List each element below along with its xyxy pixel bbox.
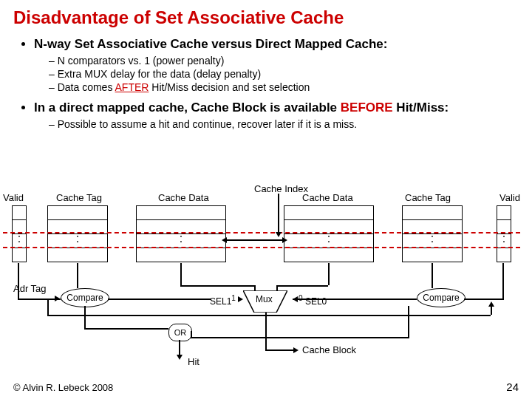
line-cb-v bbox=[265, 313, 267, 349]
label-mux: Mux bbox=[256, 294, 273, 304]
compare-right: Compare bbox=[417, 288, 466, 307]
label-valid-left: Valid bbox=[3, 192, 24, 203]
label-index: Cache Index bbox=[254, 183, 308, 194]
label-sel1: SEL11 bbox=[210, 294, 236, 307]
table-valid-right: : bbox=[497, 205, 511, 262]
sel1-sup: 1 bbox=[231, 294, 236, 302]
diagram: Valid Cache Tag Cache Data Cache Index C… bbox=[3, 183, 529, 375]
table-valid-left: : bbox=[12, 205, 27, 262]
line-tag-compare-r bbox=[432, 263, 433, 288]
line-data-r-v bbox=[328, 263, 330, 285]
line-or-r-v2 bbox=[191, 331, 192, 337]
footer-copyright: © Alvin R. Lebeck 2008 bbox=[13, 382, 113, 393]
adr-long-arrow bbox=[488, 301, 494, 307]
arrow-sel1 bbox=[238, 296, 243, 302]
label-data-right: Cache Data bbox=[302, 192, 353, 203]
adr-long bbox=[47, 315, 491, 316]
sub-1a: N comparators vs. 1 (power penalty) bbox=[49, 55, 519, 66]
sub-1b: Extra MUX delay for the data (delay pena… bbox=[49, 68, 519, 80]
adr-long-v2 bbox=[491, 306, 492, 315]
line-cb-h bbox=[265, 349, 295, 351]
line-data-l-h bbox=[180, 285, 254, 287]
bullet-2-mid: BEFORE bbox=[341, 100, 393, 115]
line-data-l-v2 bbox=[254, 285, 256, 291]
bullet-1-text: N-way Set Associative Cache versus Direc… bbox=[34, 37, 387, 51]
index-arrow-line bbox=[278, 194, 279, 232]
label-tag-left: Cache Tag bbox=[56, 192, 102, 203]
label-valid-right: Valid bbox=[499, 192, 520, 203]
bullet-2: In a direct mapped cache, Cache Block is… bbox=[34, 100, 519, 130]
index-arrow-head bbox=[276, 232, 282, 237]
mid-connector bbox=[225, 239, 284, 241]
line-or-r-v bbox=[408, 306, 409, 337]
line-or-r-h bbox=[191, 337, 409, 338]
line-valid-compare-l2 bbox=[18, 299, 61, 300]
line-tag-compare-l bbox=[77, 263, 78, 288]
label-hit: Hit bbox=[188, 356, 200, 367]
line-data-l-v bbox=[180, 263, 182, 285]
sub-1c: Data comes AFTER Hit/Miss decision and s… bbox=[49, 81, 519, 93]
table-data-left: : bbox=[136, 205, 226, 262]
bullet-1: N-way Set Associative Cache versus Direc… bbox=[34, 37, 519, 93]
table-data-right: : bbox=[284, 205, 374, 262]
sub-1c-post: Hit/Miss decision and set selection bbox=[149, 81, 310, 93]
adr-long-v1 bbox=[47, 299, 49, 315]
label-cache-block: Cache Block bbox=[302, 344, 356, 355]
line-data-r-h bbox=[276, 285, 328, 287]
sel1-text: SEL1 bbox=[210, 296, 231, 307]
slide-title: Disadvantage of Set Associative Cache bbox=[13, 7, 519, 28]
line-valid-compare-l bbox=[18, 263, 19, 299]
mid-arrow-right bbox=[282, 237, 287, 243]
line-or-l-h bbox=[84, 328, 168, 330]
line-sel0b bbox=[293, 299, 328, 300]
index-line-bottom bbox=[3, 247, 520, 248]
bullet-list: N-way Set Associative Cache versus Direc… bbox=[13, 37, 519, 130]
bullet-2-pre: In a direct mapped cache, Cache Block is… bbox=[34, 100, 341, 115]
sub-1c-pre: Data comes bbox=[58, 81, 115, 93]
line-sel1 bbox=[108, 299, 211, 300]
table-tag-right: : bbox=[402, 205, 463, 262]
index-line-top bbox=[3, 232, 520, 233]
line-data-r-v2 bbox=[276, 285, 278, 291]
line-hit bbox=[179, 340, 180, 355]
label-tag-right: Cache Tag bbox=[405, 192, 451, 203]
label-sel0: 0 SEL0 bbox=[299, 294, 327, 307]
line-valid-compare-r2 bbox=[464, 299, 504, 300]
bullet-2-post: Hit/Miss: bbox=[393, 100, 449, 115]
sub-1c-mid: AFTER bbox=[115, 81, 149, 93]
arrow-cb bbox=[293, 347, 299, 353]
arrow-hit bbox=[177, 355, 183, 360]
line-sel0 bbox=[328, 299, 417, 300]
line-or-l-v bbox=[84, 306, 86, 328]
footer-page: 24 bbox=[506, 381, 519, 393]
table-tag-left: : bbox=[47, 205, 108, 262]
label-data-left: Cache Data bbox=[158, 192, 209, 203]
sub-2: Possible to assume a hit and continue, r… bbox=[49, 118, 519, 130]
mid-arrow-left bbox=[222, 237, 227, 243]
or-gate: OR bbox=[168, 324, 192, 341]
line-valid-compare-r bbox=[502, 263, 504, 299]
compare-left: Compare bbox=[61, 288, 109, 307]
